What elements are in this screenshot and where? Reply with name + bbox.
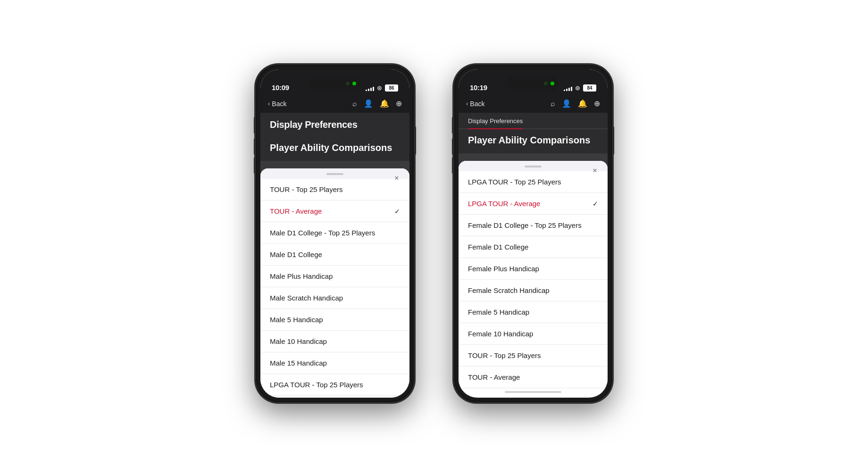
- sheet-list-right: LPGA TOUR - Top 25 Players LPGA TOUR - A…: [459, 171, 608, 388]
- bottom-sheet-left: × TOUR - Top 25 Players TOUR - Average ✓…: [260, 168, 409, 398]
- sheet-handle-left: [326, 173, 343, 175]
- back-chevron-right: ‹: [466, 100, 468, 107]
- status-icons-left: ⊛ 86: [366, 84, 398, 92]
- bell-icon-right[interactable]: 🔔: [578, 99, 587, 108]
- check-icon: ✓: [394, 208, 400, 215]
- bar3r: [568, 88, 570, 91]
- sheet-list-left: TOUR - Top 25 Players TOUR - Average ✓ M…: [260, 179, 409, 396]
- bar4r: [571, 87, 572, 91]
- island-dot-right: [544, 82, 548, 85]
- list-item[interactable]: Male Scratch Handicap: [260, 287, 409, 309]
- list-item[interactable]: LPGA TOUR - Top 25 Players: [260, 374, 409, 396]
- nav-bar-left: ‹ Back ⌕ 👤 🔔 ⊕: [260, 95, 409, 113]
- list-item[interactable]: LPGA TOUR - Average ✓: [459, 193, 608, 215]
- bar2: [368, 89, 369, 91]
- bar3: [370, 88, 372, 91]
- check-icon: ✓: [593, 200, 598, 208]
- home-bar-right: [505, 391, 561, 393]
- list-item[interactable]: TOUR - Average ✓: [260, 200, 409, 222]
- phone-left: 10:09 ⊛ 86 ‹ Back ⌕ 👤 🔔: [255, 64, 415, 403]
- list-item[interactable]: Female Plus Handicap: [459, 258, 608, 280]
- status-time-right: 10:19: [470, 83, 487, 92]
- search-icon-left[interactable]: ⌕: [352, 100, 357, 108]
- list-item[interactable]: Female D1 College - Top 25 Players: [459, 215, 608, 236]
- ability-title-left: Player Ability Comparisons: [270, 142, 400, 153]
- display-prefs-title-left: Display Preferences: [270, 119, 400, 130]
- dynamic-island-left: [309, 76, 361, 91]
- sheet-handle-right: [525, 166, 542, 167]
- sheet-handle-area-left: ×: [260, 168, 409, 179]
- display-prefs-header-left: Display Preferences: [260, 113, 409, 137]
- dynamic-island-right: [507, 76, 559, 91]
- sheet-handle-area-right: ×: [459, 161, 608, 171]
- nav-back-left[interactable]: ‹ Back: [268, 100, 286, 108]
- nav-icons-right: ⌕ 👤 🔔 ⊕: [551, 99, 600, 108]
- list-item[interactable]: Male Plus Handicap: [260, 266, 409, 287]
- phone-screen-left: 10:09 ⊛ 86 ‹ Back ⌕ 👤 🔔: [260, 69, 409, 398]
- island-dot-green-left: [352, 82, 356, 85]
- phone-screen-right: 10:19 ⊛ 84 ‹ Back ⌕ 👤 🔔: [459, 69, 608, 398]
- home-indicator-left: [260, 396, 409, 398]
- tab-display-prefs[interactable]: Display Preferences: [468, 113, 523, 128]
- island-dot-left: [346, 82, 350, 85]
- list-item[interactable]: Female 5 Handicap: [459, 301, 608, 323]
- back-chevron-left: ‹: [268, 100, 270, 107]
- plus-icon-right[interactable]: ⊕: [594, 99, 600, 108]
- nav-bar-right: ‹ Back ⌕ 👤 🔔 ⊕: [459, 95, 608, 113]
- back-label-left: Back: [272, 100, 286, 108]
- sheet-container-right: × LPGA TOUR - Top 25 Players LPGA TOUR -…: [459, 153, 608, 398]
- list-item[interactable]: Female Scratch Handicap: [459, 280, 608, 301]
- back-label-right: Back: [470, 100, 484, 108]
- signal-bars-right: [564, 85, 572, 91]
- list-item[interactable]: Male 15 Handicap: [260, 352, 409, 374]
- bar1: [366, 90, 367, 91]
- list-item[interactable]: Male 5 Handicap: [260, 309, 409, 331]
- bottom-sheet-right: × LPGA TOUR - Top 25 Players LPGA TOUR -…: [459, 161, 608, 398]
- bar4: [373, 87, 374, 91]
- nav-icons-left: ⌕ 👤 🔔 ⊕: [352, 99, 402, 108]
- bar1r: [564, 90, 565, 91]
- island-dot-green-right: [551, 82, 554, 85]
- list-item[interactable]: TOUR - Top 25 Players: [459, 345, 608, 367]
- list-item[interactable]: Male D1 College - Top 25 Players: [260, 222, 409, 244]
- ability-header-right: Player Ability Comparisons: [459, 129, 608, 153]
- phone-right: 10:19 ⊛ 84 ‹ Back ⌕ 👤 🔔: [453, 64, 613, 403]
- ability-header-left: Player Ability Comparisons: [260, 137, 409, 161]
- list-item[interactable]: TOUR - Average: [459, 367, 608, 388]
- sheet-close-right[interactable]: ×: [589, 165, 601, 177]
- status-icons-right: ⊛ 84: [564, 84, 596, 92]
- plus-icon-left[interactable]: ⊕: [396, 99, 402, 108]
- sheet-close-left[interactable]: ×: [391, 172, 403, 184]
- signal-bars-left: [366, 85, 374, 91]
- ability-title-right: Player Ability Comparisons: [468, 135, 598, 146]
- battery-left: 86: [385, 84, 398, 92]
- list-item[interactable]: LPGA TOUR - Top 25 Players: [459, 171, 608, 193]
- list-item[interactable]: Male 10 Handicap: [260, 331, 409, 352]
- tab-bar-right: Display Preferences: [459, 113, 608, 129]
- search-icon-right[interactable]: ⌕: [551, 100, 555, 108]
- list-item[interactable]: Male D1 College: [260, 244, 409, 266]
- list-item[interactable]: Female 10 Handicap: [459, 323, 608, 345]
- bell-icon-left[interactable]: 🔔: [380, 99, 389, 108]
- wifi-icon-left: ⊛: [377, 84, 382, 92]
- battery-right: 84: [583, 84, 596, 92]
- sheet-container-left: × TOUR - Top 25 Players TOUR - Average ✓…: [260, 161, 409, 398]
- list-item[interactable]: Female D1 College: [459, 236, 608, 258]
- status-time-left: 10:09: [272, 83, 289, 92]
- tab-display-prefs-label: Display Preferences: [468, 117, 523, 125]
- nav-back-right[interactable]: ‹ Back: [466, 100, 484, 108]
- person-icon-right[interactable]: 👤: [562, 99, 571, 108]
- bar2r: [566, 89, 568, 91]
- wifi-icon-right: ⊛: [575, 84, 580, 92]
- home-indicator-right: [459, 388, 608, 395]
- person-icon-left[interactable]: 👤: [364, 99, 373, 108]
- list-item[interactable]: TOUR - Top 25 Players: [260, 179, 409, 200]
